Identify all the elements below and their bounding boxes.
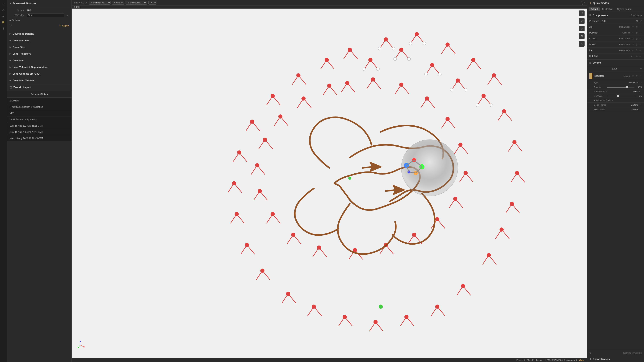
options-row[interactable]: ▶ Options [10, 18, 69, 23]
unit-cell-name: Unit Cell [589, 55, 631, 58]
refresh-button[interactable]: ↺ [10, 24, 12, 27]
comp-ion-delete-button[interactable]: 🗑 [635, 49, 638, 52]
isosurface-eye-button[interactable]: 👁 [632, 74, 634, 78]
download-density-item[interactable]: ▶ Download Density [7, 30, 72, 37]
zenodo-icon: ⬚ [10, 86, 12, 89]
comp-water-row: Water Ball & Stick 👁 🗑 ··· [587, 42, 644, 48]
nav-home-button[interactable]: ⌂ [1, 1, 6, 7]
nav-table-button[interactable]: ☰ [1, 20, 6, 25]
tab-stylize-current[interactable]: Stylize Current [615, 7, 634, 11]
tab-illustrative[interactable]: Illustrative [600, 7, 614, 11]
volume-add-button[interactable]: + [640, 67, 642, 70]
apply-button[interactable]: ✓ Apply [59, 24, 69, 27]
measure-button[interactable]: ⊹ [579, 26, 584, 31]
entity-select[interactable]: 1: Unknown E... [126, 1, 147, 4]
remote-state-date3[interactable]: Mon, 19 Aug 2024 11:19:45 GMT [7, 135, 72, 142]
remote-state-zika[interactable]: Zika+EM [7, 98, 72, 104]
comp-all-eye-button[interactable]: 👁 [632, 25, 634, 28]
color-theme-more-button[interactable]: ··· [640, 104, 642, 106]
comp-ion-more-button[interactable]: ··· [639, 49, 642, 52]
viewer-right-toolbar: ↺ ⟳ ⊹ ⊟ ↖ [579, 10, 584, 47]
svg-point-142 [327, 84, 331, 88]
comp-polymer-eye-button[interactable]: 👁 [632, 31, 634, 34]
comp-ligand-eye-button[interactable]: 👁 [632, 37, 634, 40]
viewer-canvas[interactable]: ↺ ⟳ ⊹ ⊟ ↖ [72, 8, 587, 358]
isosurface-more-button[interactable]: ··· [639, 74, 642, 78]
entity-name-label: Water [579, 359, 584, 361]
remote-state-1rb8[interactable]: 1RB8 Assembly Symmetry [7, 117, 72, 123]
remote-state-npc[interactable]: NPC [7, 110, 72, 117]
comp-water-delete-button[interactable]: 🗑 [635, 43, 638, 46]
download-structure-header[interactable]: ▼ Download Structure [7, 0, 72, 7]
pdb-id-dots-button[interactable]: ··· [65, 14, 69, 17]
pointer-button[interactable]: ↖ [579, 41, 584, 47]
pdb-id-row: PDB Id(s) ··· [10, 12, 69, 18]
tab-default[interactable]: Default [588, 7, 600, 11]
download-tunnels-item[interactable]: ▶ Download Tunnels [7, 77, 72, 84]
add-component-button[interactable]: + Add [600, 20, 606, 22]
iso-value-slider-thumb[interactable] [617, 95, 619, 97]
download-item[interactable]: ▶ Download [7, 57, 72, 64]
zenodo-import-item[interactable]: ⬚ Zenodo Import [7, 84, 72, 91]
comp-all-type: Ball & Stick [619, 26, 630, 28]
nav-grid-button[interactable]: ⊞ [1, 14, 6, 19]
export-models-row[interactable]: ⬇ Export Models [587, 356, 644, 362]
volume-icon: ⊞ [589, 61, 592, 64]
comp-ligand-delete-button[interactable]: 🗑 [635, 37, 638, 40]
comp-ion-eye-button[interactable]: 👁 [632, 49, 634, 52]
rp-refresh-button[interactable]: ↺ [589, 351, 592, 355]
load-volume-item[interactable]: ▶ Load Volume & Segmentation [7, 64, 72, 70]
preset-icon: ⊡ [589, 20, 591, 22]
isosurface-delete-button[interactable]: 🗑 [635, 74, 638, 78]
svg-point-131 [312, 305, 316, 309]
comp-ligand-more-button[interactable]: ··· [639, 37, 642, 40]
comp-refresh-button[interactable]: ↺ [640, 20, 642, 23]
download-file-item[interactable]: ▶ Download File [7, 37, 72, 44]
zenodo-label: Zenodo Import [13, 86, 31, 89]
svg-point-117 [471, 58, 476, 62]
opacity-label: Opacity [594, 86, 605, 88]
load-trajectory-item[interactable]: ▶ Load Trajectory [7, 50, 72, 57]
iso-value-slider-track[interactable] [607, 96, 634, 96]
opacity-slider-track[interactable] [607, 87, 634, 88]
pdb-id-input[interactable] [27, 13, 64, 17]
components-header: ⊞ Components 2 structures [587, 12, 644, 18]
comp-all-more-button[interactable]: ··· [639, 25, 642, 28]
svg-point-123 [510, 202, 514, 206]
remote-state-date1[interactable]: Sun, 18 Aug 2024 20:26:26 GMT [7, 123, 72, 129]
comp-ion-type: Ball & Stick [619, 49, 630, 52]
remote-state-p450[interactable]: P-450 Superposition & Validation [7, 104, 72, 110]
advanced-chevron: ▶ [594, 99, 595, 101]
rotate-button[interactable]: ⟳ [579, 18, 584, 24]
load-genome-item[interactable]: ▶ Load Genome 3D (G3D) [7, 70, 72, 77]
iso-value-kind-label: Iso Value Kind [594, 90, 634, 93]
comp-all-delete-button[interactable]: 🗑 [635, 25, 638, 28]
open-files-item[interactable]: ▶ Open Files [7, 44, 72, 50]
size-theme-more-button[interactable]: ··· [640, 108, 642, 111]
settings-button[interactable]: ⊟ [579, 33, 584, 39]
type-more-button[interactable]: ··· [640, 81, 642, 84]
remote-state-date2[interactable]: Sun, 18 Aug 2024 20:26:29 GMT [7, 129, 72, 135]
nav-plugin-button[interactable]: ⬡ [1, 7, 6, 13]
comp-water-more-button[interactable]: ··· [639, 43, 642, 46]
comp-polymer-delete-button[interactable]: 🗑 [635, 31, 638, 34]
advanced-options-row[interactable]: ▶ Advanced Options [587, 98, 644, 103]
generated-by-select[interactable]: Generated by ... [89, 1, 110, 4]
svg-point-159 [425, 97, 429, 101]
svg-point-133 [260, 269, 264, 273]
reset-view-button[interactable]: ↺ [579, 10, 584, 16]
chain-select[interactable]: Chain [112, 1, 124, 4]
comp-settings-button[interactable]: ⊟ [636, 20, 638, 23]
preset-button[interactable]: ⊡ Preset [589, 20, 599, 22]
opacity-slider-thumb[interactable] [626, 86, 628, 88]
nav-info-button[interactable]: ℹ [1, 26, 6, 31]
entity-id-select[interactable]: A [148, 1, 156, 4]
pdb-id-input-row: ··· [27, 13, 69, 17]
volume-header: ⊞ Volume [587, 60, 644, 66]
help-button[interactable]: ? [581, 1, 584, 4]
unit-cell-eye-off-button[interactable]: 👁 [635, 55, 638, 58]
comp-polymer-more-button[interactable]: ··· [639, 31, 642, 34]
comp-water-eye-button[interactable]: 👁 [632, 43, 634, 46]
unit-cell-more-button[interactable]: ··· [639, 55, 642, 58]
svg-point-177 [401, 140, 458, 196]
